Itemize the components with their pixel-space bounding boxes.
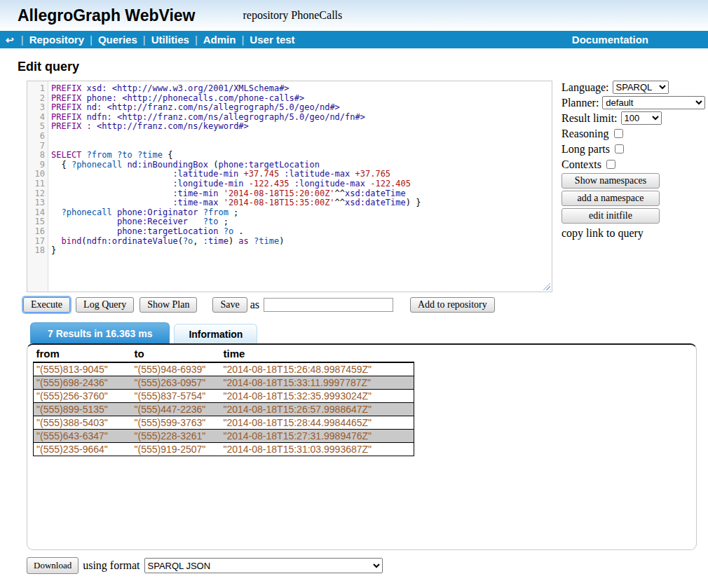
table-cell: "(555)698-2436" — [34, 376, 132, 390]
nav-item-queries[interactable]: Queries — [98, 34, 137, 46]
editor-row: 123456789101112131415161718 PREFIX xsd: … — [27, 81, 708, 292]
column-header-time: time — [221, 346, 414, 362]
code-line: bind(ndfn:ordinateValue(?o, :time) as ?t… — [51, 237, 552, 247]
edit-initfile-button[interactable]: edit initfile — [561, 208, 660, 224]
table-cell: "2014-08-18T15:26:48.9987459Z" — [221, 362, 414, 376]
table-cell: "(555)228-3261" — [132, 430, 221, 443]
table-cell: "(555)919-2507" — [132, 443, 221, 456]
format-select[interactable]: SPARQL JSON — [144, 558, 383, 573]
table-cell: "(555)599-3763" — [132, 416, 221, 430]
table-row: "(555)643-6347""(555)228-3261""2014-08-1… — [34, 430, 414, 443]
column-header-to: to — [132, 346, 221, 362]
table-cell: "(555)899-5135" — [34, 403, 132, 416]
code-line — [51, 142, 552, 151]
table-cell: "(555)813-9045" — [34, 362, 132, 376]
contexts-label: Contexts — [561, 158, 601, 171]
code-line: phone:targetLocation ?o . — [51, 227, 552, 237]
language-label: Language: — [561, 81, 609, 94]
line-number: 14 — [27, 208, 45, 218]
code-line: { ?phonecall nd:inBoundingBox (phone:tar… — [51, 160, 552, 170]
long-parts-checkbox[interactable] — [615, 144, 624, 153]
nav-separator: | — [90, 34, 93, 46]
log-query-button[interactable]: Log Query — [76, 297, 134, 313]
code-line: :longitude-min -122.435 :longitude-max -… — [51, 179, 552, 189]
table-cell: "2014-08-18T15:26:57.9988647Z" — [221, 403, 414, 416]
execute-button[interactable]: Execute — [23, 297, 70, 313]
line-number: 12 — [27, 189, 45, 199]
nav-items: |Repository|Queries|Utilities|Admin|User… — [15, 34, 295, 46]
query-editor[interactable]: 123456789101112131415161718 PREFIX xsd: … — [27, 81, 552, 292]
line-number: 17 — [27, 237, 45, 247]
nav-separator: | — [21, 34, 24, 46]
code-line: ?phonecall phone:Originator ?from ; — [51, 208, 552, 218]
table-cell: "2014-08-18T15:33:11.9997787Z" — [221, 376, 414, 390]
table-cell: "2014-08-18T15:28:44.9984465Z" — [221, 416, 414, 430]
repository-label: repository PhoneCalls — [243, 9, 342, 22]
line-number: 13 — [27, 198, 45, 208]
download-button[interactable]: Download — [27, 557, 79, 574]
actions-row: Execute Log Query Show Plan Save as Add … — [23, 296, 708, 314]
table-cell: "(555)256-3760" — [34, 390, 132, 403]
contexts-checkbox[interactable] — [606, 160, 615, 169]
column-header-from: from — [34, 346, 132, 362]
result-limit-select[interactable]: 100 — [621, 111, 662, 125]
table-row: "(555)813-9045""(555)948-6939""2014-08-1… — [34, 362, 414, 376]
tab-information[interactable]: Information — [174, 324, 257, 343]
code-line: SELECT ?from ?to ?time { — [51, 151, 552, 160]
nav-item-repository[interactable]: Repository — [29, 34, 84, 46]
line-number: 5 — [27, 122, 45, 132]
add-to-repository-button[interactable]: Add to repository — [410, 297, 495, 313]
table-row: "(555)388-5403""(555)599-3763""2014-08-1… — [34, 416, 414, 430]
save-name-input[interactable] — [264, 298, 393, 312]
tabs-row: 7 Results in 16.363 ms Information — [30, 321, 708, 343]
line-number: 9 — [27, 160, 45, 170]
show-plan-button[interactable]: Show Plan — [139, 297, 197, 313]
code-line: phone:Receiver ?to ; — [51, 217, 552, 227]
main-nav: ↩ |Repository|Queries|Utilities|Admin|Us… — [0, 31, 708, 48]
code-line: PREFIX xsd: <http://www.w3.org/2001/XMLS… — [51, 84, 552, 94]
table-cell: "2014-08-18T15:27:31.9989476Z" — [221, 430, 414, 443]
table-cell: "2014-08-18T15:31:03.9993687Z" — [221, 443, 414, 456]
line-number: 6 — [27, 132, 45, 142]
table-cell: "(555)643-6347" — [34, 430, 132, 443]
nav-separator: | — [143, 34, 146, 46]
code-line: PREFIX nd: <http://franz.com/ns/allegrog… — [51, 103, 552, 113]
nav-item-user-test[interactable]: User test — [250, 34, 294, 46]
results-table: fromtotime "(555)813-9045""(555)948-6939… — [33, 346, 414, 456]
table-cell: "(555)388-5403" — [34, 416, 132, 430]
language-select[interactable]: SPARQL — [613, 81, 669, 94]
nav-item-admin[interactable]: Admin — [203, 34, 236, 46]
line-number: 8 — [27, 151, 45, 160]
tab-results[interactable]: 7 Results in 16.363 ms — [30, 322, 170, 343]
table-cell: "(555)235-9664" — [34, 443, 132, 456]
table-cell: "(555)837-5754" — [132, 390, 221, 403]
add-namespace-button[interactable]: add a namespace — [561, 191, 660, 206]
results-body: "(555)813-9045""(555)948-6939""2014-08-1… — [34, 362, 414, 456]
reasoning-label: Reasoning — [561, 128, 609, 140]
code-line: :latitude-min +37.745 :latitude-max +37.… — [51, 170, 552, 179]
editor-code[interactable]: PREFIX xsd: <http://www.w3.org/2001/XMLS… — [48, 81, 552, 292]
reasoning-checkbox[interactable] — [614, 129, 623, 138]
app-title: AllegroGraph WebView — [18, 6, 195, 25]
line-number: 7 — [27, 142, 45, 151]
code-line: PREFIX ndfn: <http://franz.com/ns/allegr… — [51, 113, 552, 123]
editor-gutter: 123456789101112131415161718 — [27, 81, 48, 292]
show-namespaces-button[interactable]: Show namespaces — [561, 173, 660, 189]
line-number: 18 — [27, 246, 45, 256]
back-arrow-icon[interactable]: ↩ — [6, 34, 14, 46]
results-panel: fromtotime "(555)813-9045""(555)948-6939… — [27, 343, 697, 550]
code-line: PREFIX : <http://franz.com/ns/keyword#> — [51, 122, 552, 132]
line-number: 15 — [27, 217, 45, 227]
code-line: :time-min '2014-08-18T15:20:00Z'^^xsd:da… — [51, 189, 552, 199]
nav-item-utilities[interactable]: Utilities — [151, 34, 189, 46]
planner-label: Planner: — [561, 97, 599, 109]
using-format-label: using format — [83, 559, 139, 572]
table-row: "(555)235-9664""(555)919-2507""2014-08-1… — [34, 443, 414, 456]
table-row: "(555)899-5135""(555)447-2236""2014-08-1… — [34, 403, 414, 416]
nav-item-documentation[interactable]: Documentation — [572, 34, 648, 46]
copy-link-to-query[interactable]: copy link to query — [561, 227, 705, 240]
planner-select[interactable]: default — [602, 96, 705, 109]
save-button[interactable]: Save — [212, 297, 247, 313]
nav-separator: | — [241, 34, 244, 46]
table-cell: "2014-08-18T15:32:35.9993024Z" — [221, 390, 414, 403]
